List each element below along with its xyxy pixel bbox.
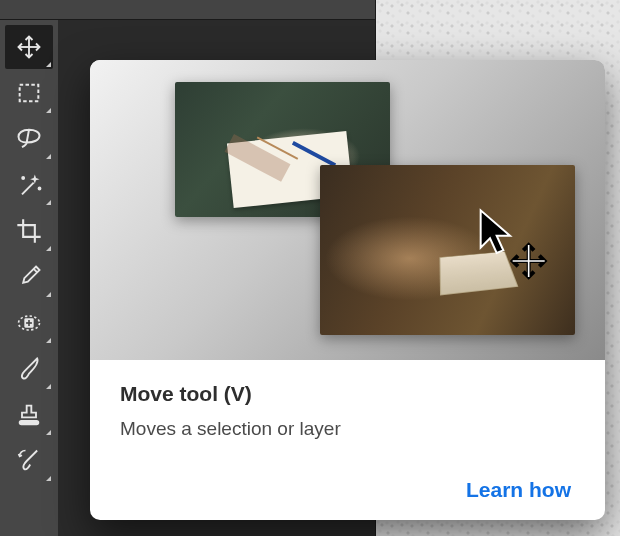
tooltip-body: Move tool (V) Moves a selection or layer… [90,360,605,520]
flyout-indicator-icon [46,430,51,435]
svg-rect-10 [20,421,39,425]
flyout-indicator-icon [46,62,51,67]
history-brush-icon [15,447,43,475]
marquee-icon [15,79,43,107]
flyout-indicator-icon [46,200,51,205]
tooltip-description: Moves a selection or layer [120,418,575,440]
svg-line-3 [22,183,34,195]
healing-brush-tool[interactable] [5,301,53,345]
flyout-indicator-icon [46,154,51,159]
svg-rect-2 [20,85,39,101]
history-brush-tool[interactable] [5,439,53,483]
flyout-indicator-icon [46,338,51,343]
lasso-tool[interactable] [5,117,53,161]
flyout-indicator-icon [46,292,51,297]
move-tool[interactable] [5,25,53,69]
learn-how-link[interactable]: Learn how [466,478,575,502]
move-cursor-icon [470,205,550,285]
move-icon [15,33,43,61]
eyedropper-tool[interactable] [5,255,53,299]
brush-tool[interactable] [5,347,53,391]
lasso-icon [15,125,43,153]
wand-icon [15,171,43,199]
crop-tool[interactable] [5,209,53,253]
flyout-indicator-icon [46,476,51,481]
svg-point-5 [39,188,41,190]
clone-stamp-tool[interactable] [5,393,53,437]
healing-brush-icon [15,309,43,337]
tooltip-title: Move tool (V) [120,382,575,406]
brush-icon [15,355,43,383]
magic-wand-tool[interactable] [5,163,53,207]
tooltip-thumbnail [320,165,575,335]
svg-point-4 [22,177,24,179]
rectangular-marquee-tool[interactable] [5,71,53,115]
crop-icon [15,217,43,245]
flyout-indicator-icon [46,384,51,389]
eyedropper-icon [15,263,43,291]
flyout-indicator-icon [46,246,51,251]
tools-panel [0,20,58,536]
tool-info-tooltip: Move tool (V) Moves a selection or layer… [90,60,605,520]
stamp-icon [15,401,43,429]
tooltip-preview [90,60,605,360]
flyout-indicator-icon [46,108,51,113]
